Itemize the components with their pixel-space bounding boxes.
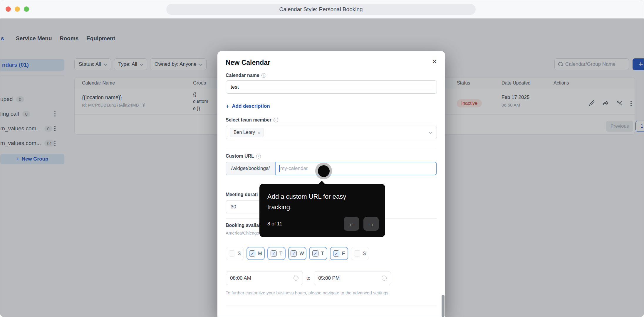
info-icon: i bbox=[261, 73, 266, 78]
tour-tooltip: Add a custom URL for easy tracking. 8 of… bbox=[259, 184, 385, 237]
team-member-chip: Ben Leary × bbox=[230, 128, 264, 137]
day-checkbox-monday[interactable]: ✓M bbox=[246, 247, 265, 260]
calendar-name-label: Calendar namei bbox=[226, 73, 266, 78]
url-placeholder: my-calendar bbox=[280, 166, 308, 171]
add-description-button[interactable]: + Add description bbox=[226, 103, 270, 110]
modal-title: New Calendar bbox=[226, 59, 270, 67]
info-icon: i bbox=[274, 118, 278, 122]
day-checkbox-saturday[interactable]: ✓S bbox=[351, 247, 369, 260]
app-window: Calendar Style: Personal Booking s Servi… bbox=[0, 0, 644, 317]
checkbox-checked-icon: ✓ bbox=[333, 250, 339, 257]
custom-url-input[interactable]: my-calendar bbox=[275, 162, 437, 175]
day-checkbox-thursday[interactable]: ✓T bbox=[309, 247, 327, 260]
checkbox-icon: ✓ bbox=[354, 250, 360, 257]
chevron-down-icon bbox=[429, 130, 432, 134]
day-checkbox-sunday[interactable]: ✓S bbox=[226, 247, 244, 260]
advanced-settings-note: To further customize your business hours… bbox=[226, 290, 390, 295]
close-icon[interactable]: × bbox=[432, 58, 437, 66]
url-prefix: /widget/bookings/ bbox=[226, 162, 275, 175]
to-label: to bbox=[306, 276, 311, 281]
maximize-window-button[interactable] bbox=[24, 6, 29, 12]
minimize-window-button[interactable] bbox=[15, 6, 20, 12]
arrow-right-icon: → bbox=[368, 220, 374, 228]
plus-icon: + bbox=[226, 103, 229, 110]
day-checkbox-wednesday[interactable]: ✓W bbox=[288, 247, 306, 260]
team-member-label: Select team memberi bbox=[226, 117, 278, 123]
text-cursor bbox=[279, 165, 280, 172]
team-member-select[interactable]: Ben Leary × bbox=[226, 126, 437, 139]
day-checkbox-tuesday[interactable]: ✓T bbox=[267, 247, 286, 260]
checkbox-icon: ✓ bbox=[229, 250, 235, 257]
window-title: Calendar Style: Personal Booking bbox=[166, 4, 476, 15]
remove-chip-icon[interactable]: × bbox=[258, 130, 260, 135]
day-checkbox-friday[interactable]: ✓F bbox=[330, 247, 348, 260]
weekday-selector: ✓S ✓M ✓T ✓W ✓T ✓F ✓S bbox=[226, 247, 369, 260]
tour-text: Add a custom URL for easy tracking. bbox=[267, 191, 364, 213]
checkbox-checked-icon: ✓ bbox=[249, 250, 255, 257]
checkbox-checked-icon: ✓ bbox=[312, 250, 318, 257]
clock-icon bbox=[382, 276, 387, 281]
tour-back-button[interactable]: ← bbox=[344, 217, 359, 231]
titlebar: Calendar Style: Personal Booking bbox=[0, 0, 644, 18]
close-window-button[interactable] bbox=[6, 6, 11, 12]
meeting-duration-label: Meeting durati bbox=[226, 192, 258, 197]
tour-beacon-dot bbox=[318, 165, 330, 177]
tour-beacon[interactable] bbox=[315, 163, 332, 179]
footer-divider bbox=[226, 306, 437, 306]
clock-icon bbox=[294, 276, 298, 281]
modal-scrollbar-thumb[interactable] bbox=[442, 295, 445, 317]
checkbox-checked-icon: ✓ bbox=[291, 250, 297, 257]
section-divider bbox=[226, 148, 437, 148]
end-time-input[interactable]: 05:00 PM bbox=[314, 271, 391, 285]
page-content: s Service Menu Rooms Equipment ndars (01… bbox=[0, 18, 644, 317]
tour-next-button[interactable]: → bbox=[363, 217, 379, 231]
arrow-left-icon: ← bbox=[348, 220, 355, 228]
window-controls bbox=[6, 6, 29, 12]
checkbox-checked-icon: ✓ bbox=[271, 250, 277, 257]
tour-step-counter: 8 of 11 bbox=[267, 221, 282, 227]
business-hours: 08:00 AM to 05:00 PM bbox=[226, 271, 391, 285]
booking-availability-label: Booking availabi bbox=[226, 223, 263, 228]
calendar-name-input[interactable] bbox=[226, 80, 437, 94]
custom-url-label: Custom URLi bbox=[226, 154, 261, 159]
start-time-input[interactable]: 08:00 AM bbox=[226, 271, 303, 285]
timezone-label: America/Chicago bbox=[226, 230, 259, 235]
info-icon: i bbox=[256, 154, 261, 158]
